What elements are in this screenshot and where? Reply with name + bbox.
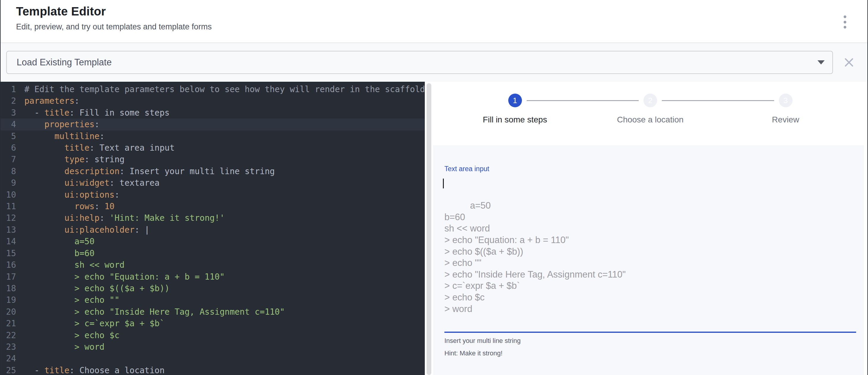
code-text: properties: — [24, 119, 99, 130]
code-text: ui:options: — [24, 189, 119, 200]
yaml-code-editor[interactable]: 1# Edit the template parameters below to… — [1, 82, 425, 375]
code-text — [24, 353, 29, 364]
line-number: 24 — [1, 353, 16, 364]
stepper: 1 2 3 Fill in some steps Choose a locati… — [508, 94, 793, 127]
code-line[interactable]: 25 - title: Choose a location — [1, 365, 425, 375]
line-number: 17 — [1, 271, 16, 283]
caret-down-icon — [817, 60, 825, 64]
line-number: 19 — [1, 294, 16, 306]
line-number: 25 — [1, 365, 16, 375]
code-text: > echo $c — [24, 330, 119, 341]
pane-divider — [425, 82, 433, 375]
line-number: 21 — [1, 318, 16, 329]
code-line[interactable]: 20 > echo "Inside Here Tag, Assignment c… — [1, 306, 425, 318]
code-line[interactable]: 1# Edit the template parameters below to… — [1, 84, 425, 95]
text-cursor — [443, 179, 444, 188]
field-help-text: Hint: Make it strong! — [444, 349, 856, 357]
textarea-field-label: Text area input — [444, 165, 856, 173]
step-connector — [662, 100, 774, 101]
template-editor-app: Template Editor Edit, preview, and try o… — [0, 0, 868, 375]
line-number: 10 — [1, 189, 16, 200]
code-text: multiline: — [24, 130, 104, 142]
code-text: parameters: — [24, 95, 79, 107]
step-2-label: Choose a location — [617, 115, 684, 125]
code-text: title: Text area input — [24, 142, 175, 154]
code-text: > echo "Equation: a + b = 110" — [24, 271, 224, 283]
code-text: description: Insert your multi line stri… — [24, 165, 275, 177]
step-1-circle[interactable]: 1 — [508, 94, 522, 107]
code-line[interactable]: 24 — [1, 353, 425, 364]
code-line[interactable]: 13 ui:placeholder: | — [1, 224, 425, 236]
code-line[interactable]: 2parameters: — [1, 95, 425, 107]
code-text: > c=`expr $a + $b` — [24, 318, 164, 329]
textarea-focus-underline — [444, 332, 856, 333]
code-text: type: string — [24, 154, 124, 165]
code-line[interactable]: 6 title: Text area input — [1, 142, 425, 154]
code-text: sh << word — [24, 259, 124, 271]
code-text: a=50 — [24, 236, 94, 247]
code-line[interactable]: 7 type: string — [1, 154, 425, 165]
field-description: Insert your multi line string — [444, 337, 856, 345]
load-existing-template-select[interactable]: Load Existing Template — [6, 51, 833, 74]
code-text: > echo "" — [24, 294, 119, 306]
code-text: > echo "Inside Here Tag, Assignment c=11… — [24, 306, 285, 318]
step-3-label: Review — [772, 115, 799, 125]
code-text: # Edit the template parameters below to … — [24, 84, 425, 95]
code-text: ui:help: 'Hint: Make it strong!' — [24, 212, 224, 224]
line-number: 23 — [1, 341, 16, 353]
line-number: 22 — [1, 330, 16, 341]
code-line[interactable]: 3 - title: Fill in some steps — [1, 107, 425, 119]
line-number: 1 — [1, 84, 16, 95]
form-card: Text area input a=50 b=60 sh << word > e… — [433, 145, 864, 375]
code-line[interactable]: 12 ui:help: 'Hint: Make it strong!' — [1, 212, 425, 224]
line-number: 11 — [1, 200, 16, 212]
code-text: rows: 10 — [24, 200, 114, 212]
page-subtitle: Edit, preview, and try out templates and… — [16, 22, 867, 31]
divider-scrollbar-handle[interactable] — [427, 83, 431, 375]
code-line[interactable]: 4 properties: — [1, 119, 425, 130]
code-text: > word — [24, 341, 104, 353]
code-line[interactable]: 23 > word — [1, 341, 425, 353]
step-2-circle[interactable]: 2 — [644, 94, 657, 107]
step-1-label: Fill in some steps — [483, 115, 547, 125]
line-number: 3 — [1, 107, 16, 119]
code-line[interactable]: 14 a=50 — [1, 236, 425, 247]
stepper-labels: Fill in some steps Choose a location Rev… — [508, 115, 793, 127]
code-line[interactable]: 19 > echo "" — [1, 294, 425, 306]
kebab-menu-icon[interactable] — [839, 15, 851, 29]
line-number: 15 — [1, 248, 16, 259]
code-text: - title: Choose a location — [24, 365, 164, 375]
code-line[interactable]: 21 > c=`expr $a + $b` — [1, 318, 425, 329]
header: Template Editor Edit, preview, and try o… — [1, 0, 867, 42]
close-icon[interactable] — [843, 57, 855, 68]
code-line[interactable]: 15 b=60 — [1, 248, 425, 259]
line-number: 2 — [1, 95, 16, 107]
page-title: Template Editor — [16, 5, 867, 18]
code-lines: 1# Edit the template parameters below to… — [1, 84, 425, 375]
main-split: 1# Edit the template parameters below to… — [1, 82, 867, 375]
line-number: 14 — [1, 236, 16, 247]
code-line[interactable]: 11 rows: 10 — [1, 200, 425, 212]
code-line[interactable]: 8 description: Insert your multi line st… — [1, 165, 425, 177]
multiline-textarea-input[interactable]: a=50 b=60 sh << word > echo "Equation: a… — [444, 177, 856, 326]
code-line[interactable]: 9 ui:widget: textarea — [1, 177, 425, 189]
line-number: 6 — [1, 142, 16, 154]
code-text: > echo $(($a + $b)) — [24, 283, 169, 294]
code-line[interactable]: 10 ui:options: — [1, 189, 425, 200]
line-number: 4 — [1, 119, 16, 130]
code-line[interactable]: 17 > echo "Equation: a + b = 110" — [1, 271, 425, 283]
code-line[interactable]: 16 sh << word — [1, 259, 425, 271]
code-line[interactable]: 22 > echo $c — [1, 330, 425, 341]
line-number: 7 — [1, 154, 16, 165]
kebab-dot — [844, 15, 846, 18]
code-text: - title: Fill in some steps — [24, 107, 169, 119]
kebab-dot — [844, 26, 846, 29]
step-3-circle[interactable]: 3 — [779, 94, 793, 107]
line-number: 12 — [1, 212, 16, 224]
code-line[interactable]: 18 > echo $(($a + $b)) — [1, 283, 425, 294]
line-number: 5 — [1, 130, 16, 142]
kebab-dot — [844, 21, 846, 24]
template-preview-panel: 1 2 3 Fill in some steps Choose a locati… — [433, 82, 867, 375]
line-number: 9 — [1, 177, 16, 189]
code-line[interactable]: 5 multiline: — [1, 130, 425, 142]
